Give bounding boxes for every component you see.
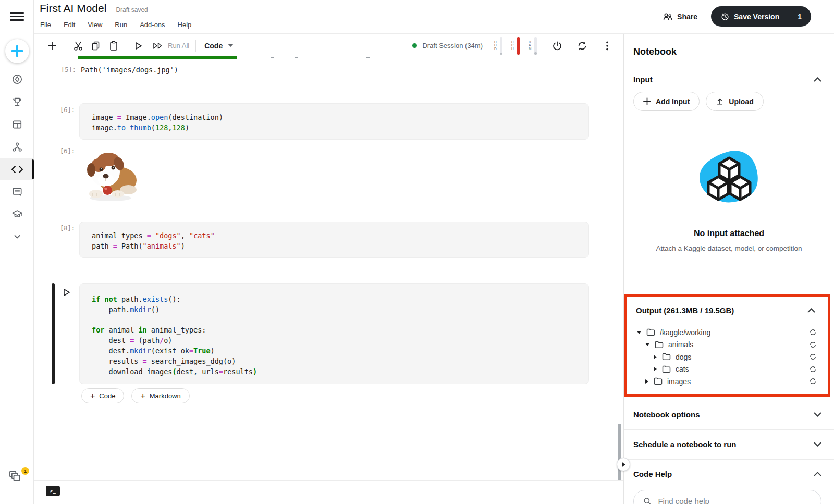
focused-cell-indicator <box>52 283 55 384</box>
version-count[interactable]: 1 <box>788 11 811 22</box>
session-count-badge: 1 <box>21 467 29 475</box>
run-cell-button[interactable] <box>129 37 147 55</box>
sidebar-item-learn[interactable] <box>0 203 34 225</box>
cut-cell-button[interactable] <box>69 37 87 55</box>
menu-view[interactable]: View <box>88 21 102 29</box>
caret-right-icon[interactable] <box>645 379 648 384</box>
code-cell[interactable]: animal_types = "dogs", "cats"path = Path… <box>79 222 589 258</box>
folder-icon <box>662 365 671 373</box>
sidebar-item-competitions[interactable] <box>0 91 34 113</box>
output-section-header[interactable]: Output (261.3MB / 19.5GB) <box>627 302 828 321</box>
add-markdown-cell-button[interactable]: + Markdown <box>131 388 189 403</box>
add-cell-bar: + Code + Markdown <box>81 388 190 403</box>
run-progress-bar <box>78 56 237 59</box>
terminal-icon[interactable]: >_ <box>46 486 60 496</box>
restart-session-button[interactable] <box>573 37 591 55</box>
upload-icon <box>716 97 724 106</box>
caret-down-icon[interactable] <box>637 331 641 334</box>
menu-file[interactable]: File <box>40 21 51 29</box>
ram-meter[interactable]: RAM <box>524 37 541 55</box>
sidebar-item-explore[interactable] <box>0 68 34 90</box>
code-line: results = search_images_ddg(o) <box>92 357 588 367</box>
caret-right-icon[interactable] <box>654 355 657 359</box>
sidebar-item-more[interactable] <box>0 226 34 248</box>
caret-right-icon[interactable] <box>654 367 657 371</box>
cpu-meter-bar <box>517 37 520 55</box>
chevron-down-icon <box>12 231 22 242</box>
session-status[interactable]: Draft Session (34m) <box>412 42 483 50</box>
trophy-icon <box>11 96 23 108</box>
code-cell-focused[interactable]: if not path.exists(): path.mkdir() for a… <box>79 283 589 384</box>
run-all-button[interactable] <box>149 37 167 55</box>
section-schedule-notebook[interactable]: Schedule a notebook to run <box>624 430 834 459</box>
menu-add-ons[interactable]: Add-ons <box>140 21 165 29</box>
console-bar: >_ <box>34 480 623 504</box>
collapse-panel-button[interactable] <box>617 458 630 471</box>
hamburger-menu-icon[interactable] <box>10 10 24 21</box>
sync-folder-button[interactable] <box>809 353 817 361</box>
caret-down-icon <box>228 44 234 47</box>
tree-row-animals[interactable]: animals <box>627 339 828 351</box>
add-code-cell-button[interactable]: + Code <box>81 388 124 403</box>
cpu-meter[interactable]: CPU <box>507 37 524 55</box>
notebook-scrollbar[interactable] <box>618 424 621 482</box>
restart-icon <box>577 41 587 51</box>
code-help-search[interactable] <box>633 490 821 504</box>
hdd-meter[interactable]: HDD <box>490 37 507 55</box>
cell-type-dropdown[interactable]: Code <box>204 42 234 50</box>
menu-help[interactable]: Help <box>178 21 192 29</box>
add-input-button[interactable]: Add Input <box>633 92 700 111</box>
sidebar-item-models[interactable] <box>0 136 34 158</box>
section-code-help[interactable]: Code Help <box>624 460 834 489</box>
create-button[interactable] <box>5 39 29 63</box>
sync-folder-button[interactable] <box>809 377 817 385</box>
sync-folder-button[interactable] <box>809 341 817 349</box>
models-icon <box>11 141 23 153</box>
share-button[interactable]: Share <box>663 12 697 21</box>
tree-row-dogs[interactable]: dogs <box>627 351 828 363</box>
code-line: image.to_thumb(128,128) <box>92 123 588 133</box>
section-notebook-options[interactable]: Notebook options <box>624 400 834 429</box>
sidebar-item-datasets[interactable] <box>0 114 34 136</box>
plus-icon <box>47 41 57 51</box>
tree-node-label: cats <box>676 365 689 373</box>
divider <box>624 289 834 289</box>
play-icon <box>61 287 71 298</box>
tree-node-label: images <box>667 377 691 386</box>
chevron-down-icon <box>814 442 821 447</box>
page-title[interactable]: First AI Model <box>40 2 106 15</box>
sync-folder-button[interactable] <box>809 328 817 336</box>
more-options-button[interactable] <box>598 37 616 55</box>
code-cell[interactable]: image = Image.open(destination)image.to_… <box>79 103 589 140</box>
cell-marker <box>295 57 298 58</box>
paste-cell-button[interactable] <box>105 37 122 55</box>
add-cell-button[interactable] <box>43 37 61 55</box>
save-version-button[interactable]: Save Version 1 <box>711 6 811 27</box>
notebook-editor-area: Run All Code Draft Session (34m) HDD <box>34 34 623 504</box>
code-line: download_images(dest, urls=results) <box>92 367 588 377</box>
code-line: dest = (path/o) <box>92 336 588 346</box>
caret-down-icon[interactable] <box>645 343 649 346</box>
stop-session-button[interactable] <box>548 37 566 55</box>
tree-row--kaggle-working[interactable]: /kaggle/working <box>627 326 828 339</box>
sync-icon <box>809 328 817 336</box>
code-help-input[interactable] <box>658 497 812 504</box>
sync-folder-button[interactable] <box>809 365 817 373</box>
clipboard-icon <box>108 41 119 51</box>
input-section-header[interactable]: Input <box>624 66 834 90</box>
active-sessions-button[interactable]: 1 <box>7 469 28 492</box>
upload-button[interactable]: Upload <box>706 92 763 111</box>
copy-cell-button[interactable] <box>87 37 105 55</box>
menu-run[interactable]: Run <box>115 21 127 29</box>
sidebar-item-discussions[interactable] <box>0 181 34 203</box>
tree-row-images[interactable]: images <box>627 375 828 388</box>
code-line <box>92 315 588 326</box>
tree-node-label: /kaggle/working <box>660 328 710 337</box>
tree-row-cats[interactable]: cats <box>627 363 828 376</box>
plus-icon <box>10 44 24 58</box>
run-this-cell-button[interactable] <box>61 287 72 299</box>
menu-edit[interactable]: Edit <box>64 21 75 29</box>
sidebar-item-code[interactable] <box>0 158 34 180</box>
run-all-label[interactable]: Run All <box>168 42 189 50</box>
empty-state-title: No input attached <box>624 229 834 238</box>
